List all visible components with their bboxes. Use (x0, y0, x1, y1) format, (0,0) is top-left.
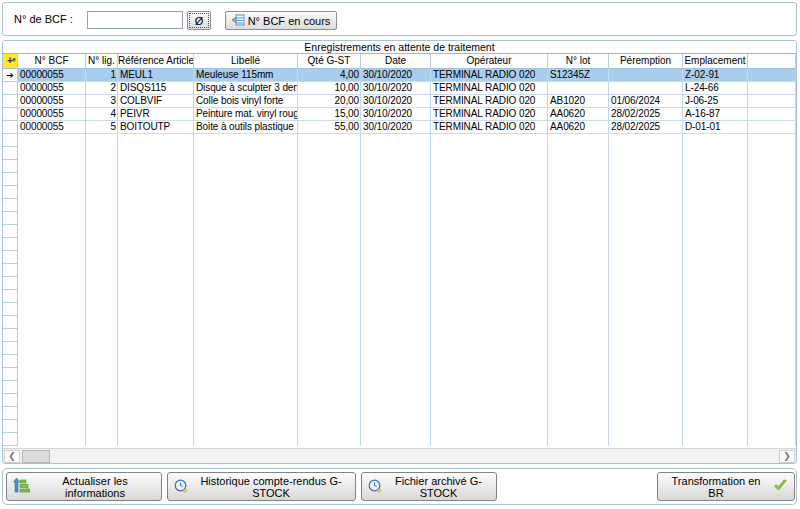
cell-libelle[interactable] (194, 251, 298, 264)
cell-date[interactable] (361, 433, 431, 446)
cell-lot[interactable] (548, 368, 609, 381)
cell-ref[interactable] (118, 420, 194, 433)
cell-lig[interactable] (86, 147, 118, 160)
cell-libelle[interactable] (194, 381, 298, 394)
cell-qte[interactable] (298, 277, 361, 290)
cell-bcf[interactable] (18, 264, 86, 277)
cell-peremption[interactable] (609, 342, 683, 355)
cell-emplacement[interactable] (683, 186, 748, 199)
cell-emplacement[interactable] (683, 251, 748, 264)
cell-operateur[interactable] (431, 225, 548, 238)
bcf-number-input[interactable] (87, 11, 183, 29)
cell-ref[interactable] (118, 147, 194, 160)
cell-date[interactable] (361, 381, 431, 394)
cell-ref[interactable]: PEIVR (118, 108, 194, 121)
cell-lot[interactable] (548, 264, 609, 277)
cell-extra[interactable] (748, 186, 796, 199)
cell-extra[interactable] (748, 290, 796, 303)
cell-bcf[interactable] (18, 381, 86, 394)
cell-lot[interactable] (548, 199, 609, 212)
cell-operateur[interactable] (431, 407, 548, 420)
cell-bcf[interactable] (18, 433, 86, 446)
row-selector-cell[interactable] (3, 108, 18, 121)
cell-operateur[interactable] (431, 290, 548, 303)
cell-libelle[interactable] (194, 134, 298, 147)
transform-to-br-button[interactable]: Transformation en BR (657, 472, 795, 501)
row-selector-cell[interactable] (3, 316, 18, 329)
cell-lig[interactable]: 3 (86, 95, 118, 108)
cell-qte[interactable] (298, 303, 361, 316)
cell-extra[interactable] (748, 108, 796, 121)
cell-peremption[interactable] (609, 329, 683, 342)
column-header-lot[interactable]: N° lot (548, 54, 609, 69)
cell-date[interactable] (361, 290, 431, 303)
cell-lig[interactable] (86, 433, 118, 446)
scroll-right-button[interactable]: ❯ (779, 450, 795, 463)
cell-date[interactable] (361, 238, 431, 251)
row-selector-cell[interactable] (3, 420, 18, 433)
cell-operateur[interactable]: TERMINAL RADIO 020 (431, 69, 548, 82)
cell-operateur[interactable]: TERMINAL RADIO 020 (431, 95, 548, 108)
cell-extra[interactable] (748, 264, 796, 277)
cell-libelle[interactable]: Meuleuse 115mm (194, 69, 298, 82)
cell-emplacement[interactable] (683, 394, 748, 407)
cell-libelle[interactable] (194, 225, 298, 238)
cell-lig[interactable] (86, 355, 118, 368)
cell-date[interactable] (361, 160, 431, 173)
row-selector-cell[interactable] (3, 277, 18, 290)
cell-date[interactable] (361, 355, 431, 368)
cell-libelle[interactable]: Peinture mat. vinyl rouge (194, 108, 298, 121)
cell-bcf[interactable]: 00000055 (18, 69, 86, 82)
cell-emplacement[interactable] (683, 290, 748, 303)
cell-extra[interactable] (748, 251, 796, 264)
cell-lot[interactable] (548, 329, 609, 342)
cell-peremption[interactable] (609, 186, 683, 199)
cell-operateur[interactable] (431, 433, 548, 446)
cell-libelle[interactable] (194, 433, 298, 446)
cell-peremption[interactable] (609, 316, 683, 329)
cell-lig[interactable] (86, 303, 118, 316)
column-header-operateur[interactable]: Opérateur (431, 54, 548, 69)
cell-lot[interactable] (548, 355, 609, 368)
row-selector-cell[interactable] (3, 290, 18, 303)
table-row-empty[interactable] (3, 381, 796, 394)
cell-date[interactable] (361, 407, 431, 420)
cell-extra[interactable] (748, 394, 796, 407)
cell-lig[interactable] (86, 264, 118, 277)
row-selector-cell[interactable] (3, 368, 18, 381)
cell-lig[interactable] (86, 329, 118, 342)
cell-peremption[interactable] (609, 225, 683, 238)
cell-date[interactable] (361, 186, 431, 199)
table-row-empty[interactable] (3, 407, 796, 420)
table-row-empty[interactable] (3, 238, 796, 251)
cell-qte[interactable] (298, 160, 361, 173)
cell-bcf[interactable] (18, 160, 86, 173)
cell-libelle[interactable]: Colle bois vinyl forte (194, 95, 298, 108)
cell-emplacement[interactable] (683, 238, 748, 251)
cell-ref[interactable] (118, 186, 194, 199)
cell-extra[interactable] (748, 407, 796, 420)
row-selector-cell[interactable] (3, 82, 18, 95)
cell-emplacement[interactable] (683, 342, 748, 355)
cell-emplacement[interactable] (683, 316, 748, 329)
column-header-lig[interactable]: N° lig. (86, 54, 118, 69)
cell-emplacement[interactable] (683, 407, 748, 420)
cell-qte[interactable] (298, 316, 361, 329)
cell-bcf[interactable]: 00000055 (18, 121, 86, 134)
cell-lig[interactable]: 5 (86, 121, 118, 134)
cell-lig[interactable] (86, 212, 118, 225)
row-selector-cell[interactable] (3, 329, 18, 342)
cell-bcf[interactable] (18, 225, 86, 238)
cell-emplacement[interactable] (683, 433, 748, 446)
cell-operateur[interactable] (431, 264, 548, 277)
cell-ref[interactable] (118, 433, 194, 446)
cell-ref[interactable] (118, 199, 194, 212)
cell-lot[interactable] (548, 407, 609, 420)
cell-libelle[interactable] (194, 368, 298, 381)
cell-ref[interactable] (118, 407, 194, 420)
cell-lig[interactable] (86, 290, 118, 303)
cell-lig[interactable] (86, 238, 118, 251)
cell-lig[interactable] (86, 407, 118, 420)
cell-date[interactable] (361, 225, 431, 238)
cell-lig[interactable] (86, 251, 118, 264)
